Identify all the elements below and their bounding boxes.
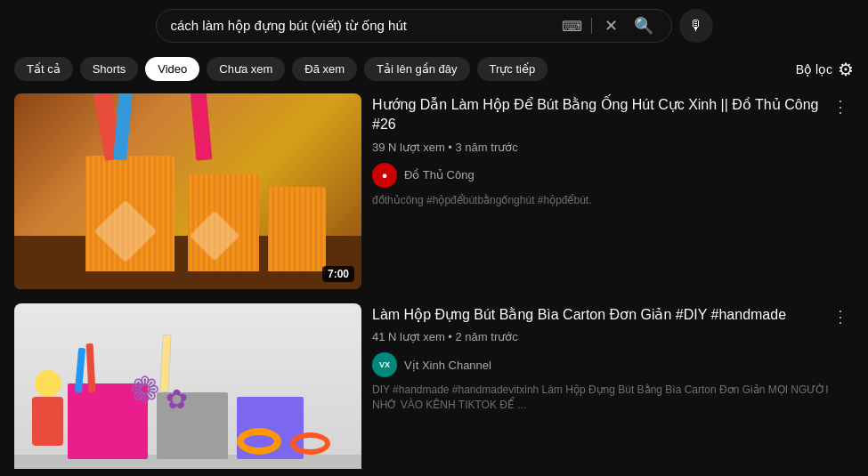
tab-tat-ca[interactable]: Tất cả (14, 57, 73, 81)
video-title-2[interactable]: Làm Hộp Đựng Bút Bằng Bìa Carton Đơn Giả… (372, 305, 854, 325)
close-icon: ✕ (604, 16, 618, 36)
videos-container: 7:00 Hướng Dẫn Làm Hộp Để Bút Bằng Ống H… (0, 86, 868, 469)
search-icon: 🔍 (634, 16, 653, 36)
tab-shorts[interactable]: Shorts (80, 57, 139, 81)
divider (591, 18, 592, 34)
more-button-1[interactable]: ⋮ (827, 95, 854, 118)
filter-icon: ⚙ (838, 59, 854, 80)
video-description-2: DIY #handmade #handmadevitxinh Làm Hộp Đ… (372, 383, 854, 413)
filter-label: Bộ lọc (796, 62, 832, 77)
search-icons: ⌨ ✕ 🔍 (562, 12, 657, 39)
thumbnail-2[interactable]: ❁ ✿ 0:39 (14, 303, 361, 469)
video-title-1[interactable]: Hướng Dẫn Làm Hộp Để Bút Bằng Ống Hút Cự… (372, 95, 854, 135)
channel-row-2: VX Vịt Xinh Channel (372, 352, 854, 377)
channel-name-2[interactable]: Vịt Xinh Channel (404, 359, 491, 372)
tab-truc-tiep[interactable]: Trực tiếp (477, 57, 548, 81)
duration-badge-1: 7:00 (322, 266, 354, 282)
video-description-1: đồthủcông #hộpđểbútbằngốnghút #hộpđểbút. (372, 193, 854, 208)
video-meta-2: 41 N lượt xem • 2 năm trước (372, 330, 854, 343)
search-button[interactable]: 🔍 (630, 12, 657, 39)
keyboard-icon: ⌨ (562, 18, 582, 35)
video-info-2: Làm Hộp Đựng Bút Bằng Bìa Carton Đơn Giả… (372, 303, 854, 469)
more-button-2[interactable]: ⋮ (827, 305, 854, 328)
search-input[interactable] (171, 19, 562, 34)
tab-video[interactable]: Video (145, 57, 199, 81)
video-item: 7:00 Hướng Dẫn Làm Hộp Để Bút Bằng Ống H… (14, 93, 854, 289)
video-info-1: Hướng Dẫn Làm Hộp Để Bút Bằng Ống Hút Cự… (372, 93, 854, 289)
channel-avatar-2: VX (372, 352, 397, 377)
video-meta-1: 39 N lượt xem • 3 năm trước (372, 141, 854, 154)
tab-tai-len[interactable]: Tải lên gần đây (364, 57, 469, 81)
channel-avatar-1: ● (372, 163, 397, 188)
filter-tabs: Tất cả Shorts Video Chưa xem Đã xem Tải … (0, 52, 868, 86)
mic-icon: 🎙 (689, 18, 703, 34)
channel-name-1[interactable]: Đồ Thủ Công (404, 168, 475, 182)
filter-button[interactable]: Bộ lọc ⚙ (796, 59, 854, 80)
search-container: ⌨ ✕ 🔍 (156, 9, 672, 43)
mic-button[interactable]: 🎙 (679, 9, 713, 43)
search-bar-area: ⌨ ✕ 🔍 🎙 (0, 0, 868, 52)
tab-chua-xem[interactable]: Chưa xem (207, 57, 285, 81)
channel-row-1: ● Đồ Thủ Công (372, 163, 854, 188)
video-item-2: ❁ ✿ 0:39 Làm Hộp Đựng Bút Bằng Bìa Carto… (14, 303, 854, 469)
clear-button[interactable]: ✕ (601, 12, 621, 39)
thumbnail-1[interactable]: 7:00 (14, 93, 361, 289)
tab-da-xem[interactable]: Đã xem (292, 57, 357, 81)
